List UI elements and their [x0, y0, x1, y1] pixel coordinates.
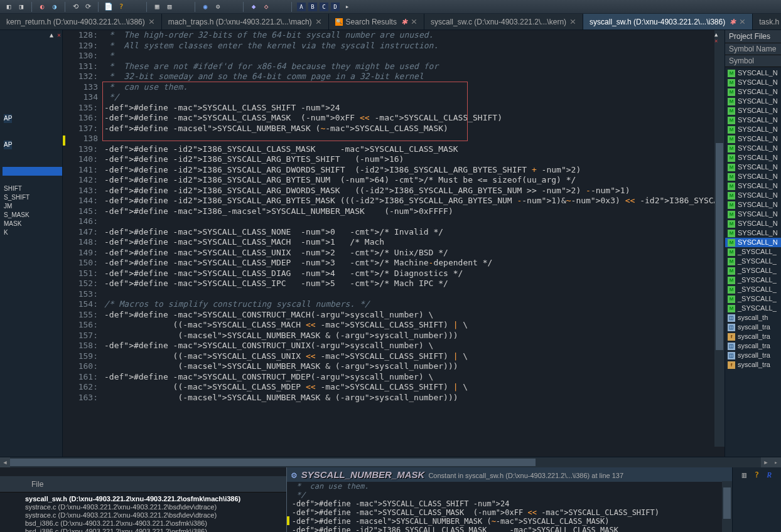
- symbol-list-item[interactable]: MSYSCALL_N: [725, 238, 781, 247]
- symbol-list-item[interactable]: MSYSCALL_N: [725, 115, 781, 125]
- symbol-list-item[interactable]: M_SYSCALL_: [725, 294, 781, 304]
- symbol-list-item[interactable]: MSYSCALL_N: [725, 162, 781, 172]
- symbol-name: SYSCALL_N: [738, 200, 778, 210]
- tool-icon[interactable]: ▸: [342, 2, 352, 12]
- editor-tab[interactable]: kern_return.h (D:\xnu-4903.221.2\...\i38…: [0, 14, 162, 29]
- outline-item[interactable]: [3, 149, 62, 158]
- symbol-list-item[interactable]: M_SYSCALL_: [725, 304, 781, 313]
- tool-icon[interactable]: B: [308, 3, 317, 11]
- symbol-list-item[interactable]: MSYSCALL_N: [725, 219, 781, 228]
- code-editor[interactable]: 128:129:130:131:132:133134135:136:137:13…: [63, 30, 724, 457]
- result-file-row[interactable]: systrace.c (D:\xnu-4903.221.2\xnu-4903.2…: [25, 511, 286, 519]
- symbol-list-item[interactable]: MSYSCALL_N: [725, 78, 781, 87]
- outline-item[interactable]: [3, 123, 62, 132]
- tool-icon[interactable]: ▨: [164, 2, 175, 12]
- outline-item[interactable]: S_SHIFT: [3, 193, 62, 202]
- tool-icon[interactable]: ◑: [50, 2, 60, 12]
- symbol-list-item[interactable]: MSYSCALL_N: [725, 134, 781, 144]
- result-file-row[interactable]: syscall_sw.h (D:\xnu-4903.221.2\xnu-4903…: [25, 495, 286, 503]
- tool-icon[interactable]: ?: [751, 470, 762, 480]
- outline-item[interactable]: MASK: [3, 220, 62, 228]
- symbol-list-item[interactable]: MSYSCALL_N: [725, 68, 781, 78]
- outline-item[interactable]: AP: [3, 114, 62, 123]
- symbol-list-item[interactable]: MSYSCALL_N: [725, 172, 781, 181]
- outline-item[interactable]: AP: [3, 141, 62, 149]
- close-icon[interactable]: ⨯: [411, 17, 417, 26]
- symbol-list-item[interactable]: ◫syscall_tra: [725, 341, 781, 351]
- symbol-list-item[interactable]: ◫syscall_tra: [725, 322, 781, 332]
- editor-tab[interactable]: mach_traps.h (D:\xnu-4903.221.2\...\mach…: [162, 14, 329, 29]
- close-icon[interactable]: ⨯: [315, 17, 322, 26]
- close-icon[interactable]: ⨯: [739, 17, 746, 26]
- result-file-row[interactable]: bsd_i386.c (D:\xnu-4903.221.2\xnu-4903.2…: [25, 528, 286, 532]
- tool-icon[interactable]: ⚙: [213, 2, 223, 12]
- editor-tab[interactable]: syscall_sw.c (D:\xnu-4903.221.2\...\kern…: [424, 14, 583, 29]
- tool-icon[interactable]: ◇: [261, 2, 271, 12]
- outline-item[interactable]: [3, 158, 62, 167]
- scroll-left-icon[interactable]: ◀: [0, 457, 10, 467]
- results-column-header[interactable]: File: [0, 476, 286, 492]
- outline-item[interactable]: SHIFT: [3, 184, 62, 193]
- symbol-list-item[interactable]: MSYSCALL_N: [725, 153, 781, 162]
- symbol-list-item[interactable]: MSYSCALL_N: [725, 191, 781, 200]
- symbol-list-item[interactable]: M_SYSCALL_: [725, 285, 781, 294]
- tool-icon[interactable]: ◧: [4, 2, 14, 12]
- tool-icon[interactable]: 📄: [104, 2, 114, 12]
- close-icon[interactable]: ⨯: [148, 17, 155, 26]
- outline-item[interactable]: [3, 176, 62, 184]
- symbol-list-item[interactable]: fsyscall_tra: [725, 332, 781, 341]
- editor-tab[interactable]: task.h (D:\⨯: [753, 14, 781, 29]
- editor-tab[interactable]: 🔍Search Results✱⨯: [329, 14, 424, 29]
- symbol-list-item[interactable]: ◫syscall_th: [725, 313, 781, 322]
- tool-icon[interactable]: ◐: [37, 2, 47, 12]
- symbol-list-item[interactable]: M_SYSCALL_: [725, 257, 781, 266]
- editor-tab[interactable]: syscall_sw.h (D:\xnu-4903.221.2\...\i386…: [583, 14, 753, 29]
- tool-icon[interactable]: ▥: [739, 470, 749, 480]
- outline-item[interactable]: [3, 105, 62, 114]
- outline-item[interactable]: [3, 132, 62, 141]
- vertical-scrollbar[interactable]: ▲ ✕: [714, 30, 724, 447]
- scroll-right-icon[interactable]: ▶: [761, 457, 771, 467]
- symbol-list-item[interactable]: MSYSCALL_N: [725, 181, 781, 191]
- symbol-list-item[interactable]: fsyscall_tra: [725, 360, 781, 370]
- symbol-list-item[interactable]: MSYSCALL_N: [725, 144, 781, 153]
- outline-item[interactable]: K: [3, 228, 62, 237]
- line-gutter: 128:129:130:131:132:133134135:136:137:13…: [63, 30, 102, 457]
- horizontal-scrollbar[interactable]: ◀ ▶ ▸: [0, 457, 781, 467]
- outline-item[interactable]: [3, 167, 62, 176]
- symbol-list-item[interactable]: M_SYSCALL_: [725, 247, 781, 257]
- symbol-list-item[interactable]: ◫syscall_tra: [725, 351, 781, 360]
- result-file-row[interactable]: systrace.c (D:\xnu-4903.221.2\xnu-4903.2…: [25, 503, 286, 511]
- symbol-list-item[interactable]: MSYSCALL_N: [725, 106, 781, 115]
- outline-item[interactable]: S_MASK: [3, 211, 62, 220]
- tool-icon[interactable]: ⟲: [70, 2, 80, 12]
- panel-title: Project Files: [725, 30, 781, 43]
- result-file-row[interactable]: bsd_i386.c (D:\xnu-4903.221.2\xnu-4903.2…: [25, 519, 286, 528]
- context-vscroll[interactable]: [722, 481, 732, 532]
- symbol-list-item[interactable]: MSYSCALL_N: [725, 210, 781, 219]
- code-content[interactable]: * The high-order 32-bits of the 64-bit s…: [102, 30, 724, 457]
- symbol-list-item[interactable]: MSYSCALL_N: [725, 125, 781, 134]
- symbol-list-item[interactable]: MSYSCALL_N: [725, 200, 781, 210]
- tool-icon[interactable]: ◨: [16, 2, 26, 12]
- tool-icon[interactable]: R: [764, 470, 774, 480]
- tool-icon[interactable]: D: [331, 3, 340, 11]
- symbol-name: SYSCALL_N: [738, 97, 778, 106]
- scroll-end-icon[interactable]: ▸: [771, 457, 781, 467]
- tool-icon[interactable]: ?: [116, 2, 126, 12]
- tool-icon[interactable]: ◉: [200, 2, 210, 12]
- outline-item[interactable]: JM: [3, 202, 62, 211]
- symbol-list-item[interactable]: MSYSCALL_N: [725, 87, 781, 97]
- tool-icon[interactable]: A: [297, 3, 306, 11]
- symbol-list-item[interactable]: M_SYSCALL_: [725, 275, 781, 285]
- tool-icon[interactable]: ⟳: [83, 2, 93, 12]
- symbol-list-item[interactable]: M_SYSCALL_: [725, 266, 781, 275]
- symbol-list-item[interactable]: MSYSCALL_N: [725, 228, 781, 238]
- context-code[interactable]: * can use them. */-def">#define -mac">SY…: [287, 482, 732, 532]
- symbol-list-item[interactable]: MSYSCALL_N: [725, 97, 781, 106]
- tool-icon[interactable]: ◆: [249, 2, 259, 12]
- tool-icon[interactable]: ▦: [152, 2, 162, 12]
- tool-icon[interactable]: C: [320, 3, 328, 11]
- close-icon[interactable]: ⨯: [569, 17, 576, 26]
- context-symbol-name: SYSCALL_NUMBER_MASK: [301, 469, 425, 480]
